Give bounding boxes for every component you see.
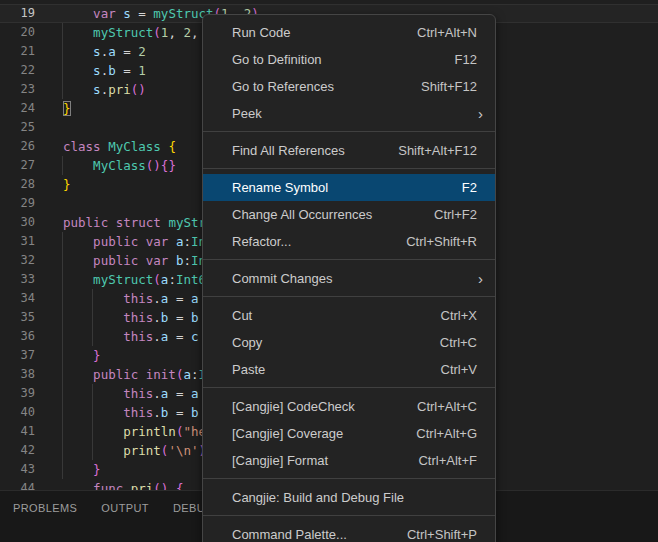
code-text: this.a = a xyxy=(63,386,199,401)
code-token: struct xyxy=(116,215,161,230)
code-token xyxy=(63,272,93,287)
code-token: . xyxy=(153,291,161,306)
code-token: '\n' xyxy=(168,443,198,458)
menu-item-shortcut: Ctrl+Alt+F xyxy=(418,453,477,468)
line-number: 35 xyxy=(0,308,35,327)
code-token xyxy=(63,386,123,401)
menu-item-shortcut: Ctrl+Shift+P xyxy=(407,527,477,542)
code-token xyxy=(63,310,123,325)
code-token: b xyxy=(191,405,199,420)
menu-item-commit-changes[interactable]: Commit Changes› xyxy=(203,265,495,292)
code-token: public xyxy=(93,253,138,268)
menu-item-shortcut: Ctrl+F2 xyxy=(434,207,477,222)
menu-item-label: Rename Symbol xyxy=(232,180,462,195)
menu-item-cangjie-build-and-debug-file[interactable]: Cangjie: Build and Debug File xyxy=(203,484,495,511)
line-number: 38 xyxy=(0,365,35,384)
code-token xyxy=(63,6,93,21)
menu-item-shortcut: F2 xyxy=(462,180,477,195)
code-token: pri xyxy=(108,82,131,97)
menu-item-change-all-occurrences[interactable]: Change All OccurrencesCtrl+F2 xyxy=(203,201,495,228)
menu-item-go-to-references[interactable]: Go to ReferencesShift+F12 xyxy=(203,73,495,100)
line-number: 42 xyxy=(0,441,35,460)
line-number: 21 xyxy=(0,42,35,61)
line-number: 30 xyxy=(0,213,35,232)
line-number: 28 xyxy=(0,175,35,194)
code-token: println xyxy=(123,424,176,439)
code-token: myStruct xyxy=(93,25,153,40)
line-number: 25 xyxy=(0,118,35,137)
menu-separator xyxy=(203,296,495,297)
code-token: , xyxy=(191,25,199,40)
code-token xyxy=(168,291,176,306)
code-token xyxy=(168,253,176,268)
code-token xyxy=(168,405,176,420)
menu-item-run-code[interactable]: Run CodeCtrl+Alt+N xyxy=(203,19,495,46)
line-number: 24 xyxy=(0,99,35,118)
code-token xyxy=(138,253,146,268)
line-number: 27 xyxy=(0,156,35,175)
code-token: } xyxy=(93,462,101,477)
menu-item-label: Copy xyxy=(232,335,440,350)
menu-item-refactor[interactable]: Refactor...Ctrl+Shift+R xyxy=(203,228,495,255)
code-token xyxy=(63,348,93,363)
code-token xyxy=(63,405,123,420)
menu-item-command-palette[interactable]: Command Palette...Ctrl+Shift+P xyxy=(203,521,495,542)
code-token xyxy=(183,386,191,401)
code-text: } xyxy=(63,348,101,363)
code-text: } xyxy=(63,177,71,192)
panel-tab-problems[interactable]: PROBLEMS xyxy=(13,502,77,514)
line-number: 41 xyxy=(0,422,35,441)
code-token: public xyxy=(93,367,138,382)
code-token: ( xyxy=(153,25,161,40)
menu-item-copy[interactable]: CopyCtrl+C xyxy=(203,329,495,356)
menu-item-cut[interactable]: CutCtrl+X xyxy=(203,302,495,329)
code-text: this.b = b xyxy=(63,310,199,325)
code-token xyxy=(63,63,93,78)
menu-item-label: Peek xyxy=(232,106,478,121)
code-token: this xyxy=(123,310,153,325)
code-text: MyClass(){} xyxy=(63,158,176,173)
line-number: 22 xyxy=(0,61,35,80)
code-text: myStruct(1, 2, 3) xyxy=(63,25,221,40)
code-token xyxy=(183,291,191,306)
menu-item-rename-symbol[interactable]: Rename SymbolF2 xyxy=(203,174,495,201)
menu-item-paste[interactable]: PasteCtrl+V xyxy=(203,356,495,383)
menu-item-cangjie-format[interactable]: [Cangjie] FormatCtrl+Alt+F xyxy=(203,447,495,474)
line-number: 26 xyxy=(0,137,35,156)
menu-item-find-all-references[interactable]: Find All ReferencesShift+Alt+F12 xyxy=(203,137,495,164)
code-token: a xyxy=(191,291,199,306)
line-number: 19 xyxy=(0,4,35,23)
code-token: { xyxy=(168,139,176,154)
menu-item-label: Go to Definition xyxy=(232,52,455,67)
line-number: 32 xyxy=(0,251,35,270)
code-token: : xyxy=(191,367,199,382)
line-number: 34 xyxy=(0,289,35,308)
menu-item-shortcut: Ctrl+Alt+C xyxy=(417,399,477,414)
menu-item-label: [Cangjie] CodeCheck xyxy=(232,399,417,414)
code-token xyxy=(63,44,93,59)
menu-item-shortcut: Ctrl+V xyxy=(441,362,477,377)
menu-item-label: Cut xyxy=(232,308,441,323)
code-token: : xyxy=(183,234,191,249)
code-text: this.b = b xyxy=(63,405,199,420)
code-token: ) xyxy=(138,82,146,97)
code-token xyxy=(183,405,191,420)
code-token: 2 xyxy=(138,44,146,59)
code-token xyxy=(63,291,123,306)
code-token: . xyxy=(153,310,161,325)
menu-item-label: Go to References xyxy=(232,79,421,94)
menu-item-cangjie-codecheck[interactable]: [Cangjie] CodeCheckCtrl+Alt+C xyxy=(203,393,495,420)
menu-item-shortcut: F12 xyxy=(455,52,477,67)
code-token xyxy=(138,234,146,249)
code-text: s.pri() xyxy=(63,82,146,97)
menu-item-go-to-definition[interactable]: Go to DefinitionF12 xyxy=(203,46,495,73)
code-token: 2 xyxy=(183,25,191,40)
line-number: 40 xyxy=(0,403,35,422)
menu-separator xyxy=(203,168,495,169)
code-token xyxy=(63,253,93,268)
code-token xyxy=(168,329,176,344)
line-number: 39 xyxy=(0,384,35,403)
menu-item-peek[interactable]: Peek› xyxy=(203,100,495,127)
menu-item-cangjie-coverage[interactable]: [Cangjie] CoverageCtrl+Alt+G xyxy=(203,420,495,447)
panel-tab-output[interactable]: OUTPUT xyxy=(101,502,149,514)
